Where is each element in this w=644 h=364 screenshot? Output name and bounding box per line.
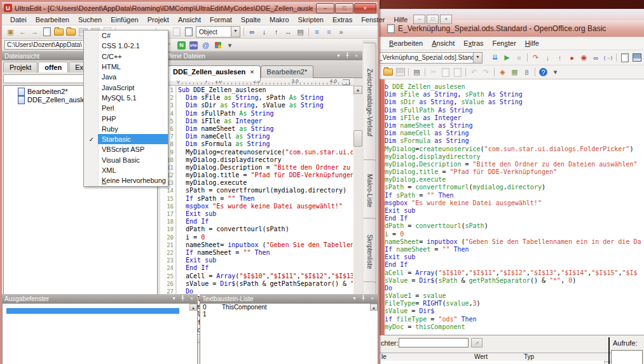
code-line[interactable]: sPath = convertfromurl(mydialog.director… — [178, 187, 353, 194]
side-tab-makro-liste[interactable]: Makro-Liste — [364, 159, 376, 222]
code-line[interactable]: If nameSheet = "" Then — [385, 246, 641, 253]
mdi-minimize-button[interactable]: – — [413, 15, 425, 24]
code-line[interactable]: Dim nameCell as String — [178, 133, 353, 140]
syntax-menu-item-perl[interactable]: Perl — [84, 103, 168, 113]
code-line[interactable]: if fileType = "ods" Then — [385, 316, 641, 323]
code-line[interactable]: sValue = Dir$ — [385, 307, 641, 315]
watch-table-body[interactable] — [380, 361, 605, 364]
pin-icon[interactable]: ╀ — [360, 295, 367, 302]
code-line[interactable]: Sub DDE_Zellen_auslesen — [178, 86, 353, 94]
pin-icon[interactable]: ╀ — [344, 53, 351, 59]
menu-item-makro[interactable]: Makro — [265, 15, 294, 25]
env-overflow-icon[interactable]: ▾ — [224, 40, 235, 50]
code-line[interactable]: End If — [178, 218, 353, 226]
code-line[interactable]: Dim nameSheet as String — [178, 125, 353, 133]
syntax-menu-item-xml[interactable]: XML — [84, 165, 168, 175]
menu-item-fenster[interactable]: Fenster — [357, 15, 389, 25]
menu-item-format[interactable]: Format — [205, 15, 236, 25]
code-line[interactable]: Exit sub — [178, 210, 353, 218]
syntax-menu-item-html[interactable]: HTML — [84, 62, 168, 72]
close-tab-icon[interactable]: × — [250, 68, 254, 81]
code-line[interactable]: Do — [385, 285, 641, 292]
print-icon[interactable]: ▤ — [411, 67, 422, 78]
minimize-button[interactable]: – — [316, 3, 334, 13]
syntax-menu-item-vbscript-asp[interactable]: VBScript ASP — [84, 144, 168, 154]
format-icon[interactable]: ≡ — [324, 27, 334, 37]
code-line[interactable]: myDialog.execute — [385, 176, 641, 184]
code-line[interactable]: MyDialog=createunoservice("com.sun.star.… — [385, 145, 641, 153]
code-line[interactable]: dPath = converttourl(sPath) — [178, 226, 353, 233]
chevron-down-icon[interactable]: ▼ — [473, 53, 482, 63]
code-line[interactable]: nameSheet= inputbox ("Geben Sie den Tabe… — [385, 238, 641, 246]
menu-item-spalte[interactable]: Spalte — [236, 15, 265, 25]
code-line[interactable]: sValue1 = svalue — [385, 292, 641, 300]
mdi-restore-button[interactable]: □ — [427, 15, 439, 24]
syntax-menu-item-c-c-[interactable]: C/C++ — [84, 51, 168, 62]
open-icon[interactable] — [383, 67, 394, 78]
code-line[interactable]: Exit sub — [385, 207, 641, 215]
step-into-icon[interactable]: ↓ — [542, 53, 553, 63]
snippet-row[interactable]: 1 — [200, 311, 378, 318]
code-line[interactable]: aCell = Array("$I$10","$I$11","$I$12","$… — [178, 273, 353, 280]
code-line[interactable]: Dim sFormula as String — [385, 137, 641, 145]
code-line[interactable]: Sub DDE_Zellen_auslesen — [385, 83, 641, 91]
back-icon[interactable]: ← — [17, 27, 28, 37]
panel-splitter[interactable] — [608, 337, 610, 364]
code-line[interactable]: Dim nameSheet as String — [385, 122, 641, 130]
gallery-icon[interactable]: ▦ — [509, 67, 520, 78]
code-line[interactable]: Exit sub — [385, 253, 641, 261]
new-file-icon[interactable] — [41, 27, 52, 37]
code-line[interactable]: i = 0 — [178, 234, 353, 241]
object-catalog-icon[interactable] — [631, 53, 642, 63]
windows-icon[interactable] — [212, 40, 223, 50]
help-agent-icon[interactable]: 8 — [521, 67, 532, 78]
menu-item-bearbeiten[interactable]: Bearbeiten — [31, 15, 74, 25]
scrollbar-thumb[interactable] — [353, 130, 362, 147]
code-line[interactable]: myDoc = thisComponent — [385, 323, 641, 331]
sidebar-tab-projekt[interactable]: Projekt — [3, 62, 38, 72]
menu-item-skripten[interactable]: Skripten — [294, 15, 328, 25]
code-line[interactable]: myDialog.title = "Pfad für DDE-Verknüpfu… — [385, 168, 641, 176]
code-line[interactable]: Dim sFullPath As String — [178, 110, 353, 118]
syntax-menu-item-php[interactable]: PHP — [84, 113, 168, 123]
pin-icon[interactable]: ╀ — [179, 295, 186, 302]
library-combo[interactable]: _Verknüpfung_Spezial.ods].Standard ▼ — [376, 52, 483, 64]
sidebar-tab-offen[interactable]: offen — [38, 62, 68, 72]
chevron-down-icon[interactable]: ▾ — [335, 53, 342, 59]
close-icon[interactable]: × — [353, 53, 360, 59]
syntax-menu-item-keine-hervorhebung[interactable]: Keine Hervorhebung — [84, 175, 168, 185]
mdi-close-button[interactable]: × — [440, 15, 452, 24]
menu-item-extras[interactable]: Extras — [328, 15, 357, 25]
menu-item-suchen[interactable]: Suchen — [74, 15, 106, 25]
close-icon[interactable]: × — [188, 295, 195, 302]
side-tab-skriptenliste[interactable]: Skriptenliste — [364, 218, 376, 285]
syntax-menu-item-java[interactable]: Java — [84, 72, 168, 82]
code-line[interactable]: End If — [385, 215, 641, 222]
notepad-icon[interactable]: N — [176, 40, 187, 50]
find-next-icon[interactable]: ↓ — [259, 27, 270, 37]
find-parentheses-icon[interactable]: (→) — [603, 53, 613, 63]
code-line[interactable]: sValue = Dir$(sPath & getPathSeparator()… — [385, 277, 641, 285]
code-line[interactable]: myDialog.Description = "Bitte den Ordner… — [178, 164, 353, 172]
code-line[interactable]: End If — [385, 261, 641, 269]
ue-titlebar[interactable]: U UltraEdit - [C:\Users\Dozent\AppData\R… — [2, 2, 378, 14]
snippet-list[interactable]: 0ThisComponent1 ▲ — [200, 303, 378, 364]
find-prev-icon[interactable]: ↑ — [271, 27, 282, 37]
print-icon[interactable]: ▤ — [295, 27, 306, 37]
open-file-icon[interactable] — [53, 27, 64, 37]
code-line[interactable]: Dim sFullPath As String — [385, 107, 641, 114]
code-line[interactable]: msgbox "Es wurde keine Datei ausgewählt!… — [178, 203, 353, 210]
syntax-menu-item-mysql-5-1[interactable]: MySQL 5.1 — [84, 93, 168, 103]
overflow-icon[interactable]: ▾ — [550, 67, 561, 78]
open-environment-icon[interactable]: ▣ — [5, 27, 16, 37]
code-line[interactable]: Dim sDir as String, sValue as String — [385, 98, 641, 106]
code-line[interactable]: sPath = convertfromurl(mydialog.director… — [385, 184, 641, 191]
add-watch-button[interactable]: ↗ — [471, 338, 483, 347]
manage-breakpoints-icon[interactable]: ◉ — [579, 53, 589, 63]
menu-item-hilfe[interactable]: Hilfe — [389, 15, 412, 25]
output-selected-line[interactable] — [6, 308, 179, 314]
syntax-menu-item-ruby[interactable]: Ruby — [84, 124, 168, 134]
code-line[interactable]: Dim sFile as String, sPath As String — [385, 91, 641, 98]
code-line[interactable]: If sPath = "" Then — [385, 192, 641, 199]
code-line[interactable]: Dim iFIle as Integer — [178, 118, 353, 125]
